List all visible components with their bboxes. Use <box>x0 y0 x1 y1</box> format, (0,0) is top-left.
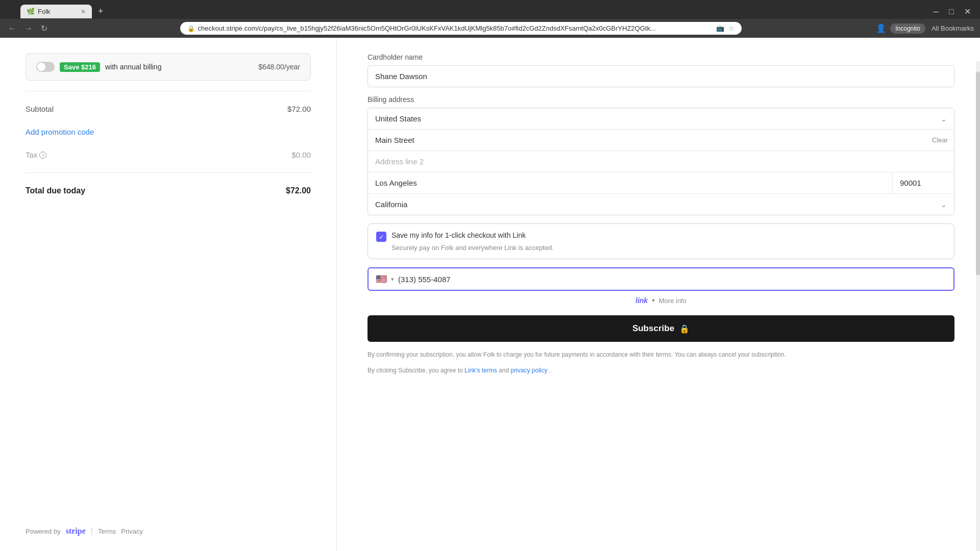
total-label: Total due today <box>26 186 85 195</box>
promo-row: Add promotion code <box>26 124 311 139</box>
more-info-link[interactable]: More info <box>659 297 687 305</box>
address-bar[interactable]: 🔒 checkout.stripe.com/c/pay/cs_live_b15h… <box>180 22 742 35</box>
street-row: Clear <box>368 130 954 151</box>
us-flag-icon: 🇺🇸 <box>376 273 387 285</box>
link-save-subtitle: Securely pay on Folk and everywhere Link… <box>391 244 946 252</box>
profile-icon: 👤 <box>876 23 886 33</box>
billing-address-label: Billing address <box>368 95 954 104</box>
divider-2 <box>26 172 311 173</box>
cast-icon: 📺 <box>716 24 724 32</box>
address-bar-row: ← → ↻ 🔒 checkout.stripe.com/c/pay/cs_liv… <box>0 19 980 38</box>
annual-price: $648.00/year <box>258 63 300 71</box>
cardholder-name-input[interactable] <box>368 65 954 87</box>
tab-close-button[interactable]: ✕ <box>81 8 86 15</box>
divider <box>26 91 311 91</box>
link-save-title: Save my info for 1-click checkout with L… <box>391 231 526 239</box>
city-input[interactable] <box>368 172 893 193</box>
link-footer: link • More info <box>368 296 954 305</box>
browser-chrome: 🌿 Folk ✕ + ─ □ ✕ ← → ↻ 🔒 checkout.stripe… <box>0 0 980 38</box>
forward-button[interactable]: → <box>22 23 35 34</box>
subtotal-row: Subtotal $72.00 <box>26 102 311 116</box>
address-line2-row <box>368 151 954 172</box>
link-checkbox[interactable]: ✓ <box>376 232 386 242</box>
maximize-button[interactable]: □ <box>946 6 957 17</box>
minimize-button[interactable]: ─ <box>930 6 942 17</box>
city-zip-row <box>368 172 954 194</box>
phone-input-row: 🇺🇸 ▾ <box>368 267 954 291</box>
footer-row: Powered by stripe | Terms Privacy <box>26 516 311 536</box>
tax-row: Tax i $0.00 <box>26 147 311 162</box>
page-content: Save $216 with annual billing $648.00/ye… <box>0 38 980 551</box>
cardholder-name-label: Cardholder name <box>368 53 954 61</box>
street-input[interactable] <box>368 130 954 151</box>
clear-button[interactable]: Clear <box>932 136 948 144</box>
zip-input[interactable] <box>893 172 954 193</box>
total-row: Total due today $72.00 <box>26 183 311 198</box>
link-save-box: ✓ Save my info for 1-click checkout with… <box>368 223 954 259</box>
state-value: California <box>375 200 941 209</box>
close-button[interactable]: ✕ <box>961 6 974 17</box>
bookmarks-label: All Bookmarks <box>932 24 974 32</box>
state-chevron-icon: ⌄ <box>941 201 947 209</box>
tax-value: $0.00 <box>291 151 311 159</box>
country-chevron-icon: ⌄ <box>941 115 947 123</box>
country-select-row[interactable]: United States ⌄ <box>368 108 954 130</box>
subscribe-label: Subscribe <box>632 323 674 334</box>
lock-icon: 🔒 <box>679 324 690 334</box>
cardholder-name-section: Cardholder name <box>368 53 954 95</box>
powered-by-text: Powered by <box>26 528 61 535</box>
billing-address-section: Billing address United States ⌄ Clear <box>368 95 954 215</box>
tax-label: Tax i <box>26 151 46 159</box>
add-promo-link[interactable]: Add promotion code <box>26 128 94 136</box>
url-text: checkout.stripe.com/c/pay/cs_live_b15hgj… <box>198 24 713 32</box>
footer-separator: | <box>91 527 93 536</box>
right-panel: Cardholder name Billing address United S… <box>337 38 980 551</box>
tax-info-icon[interactable]: i <box>39 152 46 159</box>
back-button[interactable]: ← <box>6 23 18 34</box>
security-lock-icon: 🔒 <box>187 25 195 32</box>
consent-text-2: By clicking Subscribe, you agree to Link… <box>368 366 954 375</box>
address-line2-input[interactable] <box>368 151 954 172</box>
privacy-link[interactable]: Privacy <box>121 528 143 535</box>
save-badge: Save $216 <box>60 62 100 72</box>
link-save-header: ✓ Save my info for 1-click checkout with… <box>376 231 946 242</box>
links-terms-link[interactable]: Link's terms <box>464 367 497 374</box>
annual-billing-toggle[interactable] <box>36 62 55 72</box>
tab-favicon: 🌿 <box>27 8 35 15</box>
scrollbar-thumb[interactable] <box>976 71 980 276</box>
total-value: $72.00 <box>286 186 311 195</box>
country-value: United States <box>375 114 941 123</box>
scrollbar-track <box>976 61 980 551</box>
subscribe-button[interactable]: Subscribe 🔒 <box>368 315 954 342</box>
consent-text-1: By confirming your subscription, you all… <box>368 350 954 360</box>
state-select-row[interactable]: California ⌄ <box>368 194 954 215</box>
address-group: United States ⌄ Clear <box>368 108 954 215</box>
terms-link[interactable]: Terms <box>98 528 116 535</box>
link-logo: link <box>635 296 648 305</box>
subtotal-label: Subtotal <box>26 105 54 113</box>
left-panel: Save $216 with annual billing $648.00/ye… <box>0 38 337 551</box>
privacy-policy-link[interactable]: privacy policy <box>510 367 547 374</box>
subtotal-value: $72.00 <box>287 105 311 113</box>
incognito-button[interactable]: Incognito <box>890 23 925 34</box>
reload-button[interactable]: ↻ <box>39 22 50 34</box>
stripe-logo: stripe <box>66 527 86 536</box>
phone-dropdown-icon[interactable]: ▾ <box>391 276 394 283</box>
new-tab-button[interactable]: + <box>94 4 108 19</box>
tab-title: Folk <box>38 8 51 15</box>
phone-input[interactable] <box>398 275 946 284</box>
billing-toggle-row: Save $216 with annual billing $648.00/ye… <box>26 53 311 81</box>
active-tab[interactable]: 🌿 Folk ✕ <box>20 5 92 18</box>
bookmark-icon[interactable]: ☆ <box>728 24 734 32</box>
link-dot-separator: • <box>652 296 655 305</box>
billing-label: with annual billing <box>105 63 162 71</box>
